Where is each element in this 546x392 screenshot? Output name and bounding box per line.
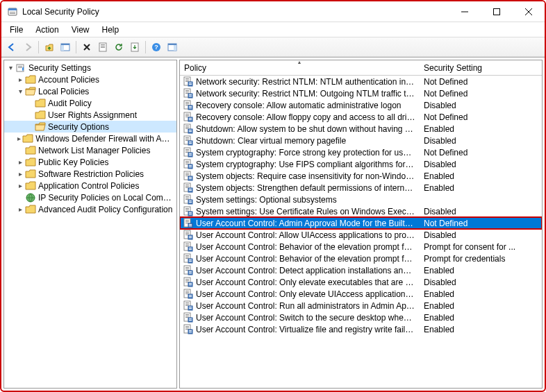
expand-icon[interactable]: ▸ bbox=[15, 158, 25, 166]
policy-icon bbox=[183, 253, 194, 264]
policy-name: User Account Control: Admin Approval Mod… bbox=[196, 219, 420, 228]
svg-rect-121 bbox=[185, 221, 189, 222]
expand-icon[interactable]: ▸ bbox=[15, 205, 25, 213]
tree-audit-policy[interactable]: Audit Policy bbox=[4, 97, 176, 109]
policy-row[interactable]: Recovery console: Allow automatic admini… bbox=[180, 99, 542, 111]
policy-row[interactable]: User Account Control: Detect application… bbox=[180, 264, 542, 276]
policy-setting: Disabled bbox=[420, 207, 527, 216]
svg-rect-68 bbox=[189, 142, 192, 142]
policy-row[interactable]: User Account Control: Admin Approval Mod… bbox=[180, 217, 542, 229]
svg-rect-117 bbox=[189, 214, 192, 214]
tree-software-restriction[interactable]: ▸ Software Restriction Policies bbox=[4, 168, 176, 180]
svg-rect-109 bbox=[189, 202, 192, 203]
close-button[interactable] bbox=[513, 1, 545, 22]
tree-app-control[interactable]: ▸ Application Control Policies bbox=[4, 180, 176, 191]
column-header-setting[interactable]: Security Setting bbox=[420, 60, 527, 75]
policy-row[interactable]: System settings: Optional subsystems bbox=[180, 194, 542, 205]
properties-button[interactable] bbox=[95, 40, 110, 55]
policy-row[interactable]: System objects: Require case insensitivi… bbox=[180, 170, 542, 182]
svg-rect-85 bbox=[189, 167, 192, 167]
policy-name: User Account Control: Only elevate execu… bbox=[196, 278, 420, 287]
policy-setting: Enabled bbox=[420, 266, 527, 275]
menu-help[interactable]: Help bbox=[97, 24, 125, 36]
collapse-icon[interactable]: ▾ bbox=[15, 87, 25, 95]
expand-icon[interactable]: ▸ bbox=[15, 170, 25, 178]
policy-row[interactable]: Shutdown: Allow system to be shut down w… bbox=[180, 123, 542, 135]
tree-account-policies[interactable]: ▸ Account Policies bbox=[4, 74, 176, 85]
tree-public-key[interactable]: ▸ Public Key Policies bbox=[4, 156, 176, 168]
policy-row[interactable]: User Account Control: Only elevate execu… bbox=[180, 276, 542, 288]
tree-advanced-audit[interactable]: ▸ Advanced Audit Policy Configuration bbox=[4, 203, 176, 215]
toolbar: ? bbox=[1, 37, 545, 57]
policy-row[interactable]: User Account Control: Only elevate UIAcc… bbox=[180, 288, 542, 300]
policy-row[interactable]: User Account Control: Behavior of the el… bbox=[180, 241, 542, 253]
policy-name: User Account Control: Behavior of the el… bbox=[196, 254, 420, 264]
console-tree-pane: ▾ Security Settings ▸ Account Policies ▾… bbox=[3, 60, 177, 389]
tree-local-policies[interactable]: ▾ Local Policies bbox=[4, 85, 176, 97]
policy-name: Network security: Restrict NTLM: Outgoin… bbox=[196, 89, 420, 99]
svg-rect-41 bbox=[185, 103, 189, 104]
policy-row[interactable]: System cryptography: Use FIPS compliant … bbox=[180, 158, 542, 170]
forward-button[interactable] bbox=[20, 40, 35, 55]
folder-open-icon bbox=[35, 121, 46, 133]
policy-row[interactable]: User Account Control: Virtualize file an… bbox=[180, 323, 542, 335]
menu-file[interactable]: File bbox=[4, 24, 28, 36]
minimize-button[interactable] bbox=[449, 1, 481, 22]
policy-row[interactable]: User Account Control: Allow UIAccess app… bbox=[180, 229, 542, 241]
svg-rect-57 bbox=[185, 127, 189, 128]
svg-rect-152 bbox=[185, 267, 189, 268]
details-pane: Policy Security Setting Network security… bbox=[179, 60, 543, 389]
svg-rect-10 bbox=[101, 46, 105, 46]
maximize-button[interactable] bbox=[481, 1, 513, 22]
svg-rect-44 bbox=[189, 106, 192, 107]
refresh-button[interactable] bbox=[111, 40, 126, 55]
policy-row[interactable]: Network security: Restrict NTLM: NTLM au… bbox=[180, 76, 542, 87]
policy-icon bbox=[183, 277, 194, 288]
policy-name: User Account Control: Behavior of the el… bbox=[196, 242, 420, 252]
tree-label: Windows Defender Firewall with Advanced … bbox=[35, 134, 174, 144]
tree-ip-security[interactable]: IP Security Policies on Local Computer bbox=[4, 191, 176, 203]
up-button[interactable] bbox=[42, 40, 57, 55]
policy-row[interactable]: System cryptography: Force strong key pr… bbox=[180, 146, 542, 158]
delete-button[interactable] bbox=[79, 40, 94, 55]
tree-root-security-settings[interactable]: ▾ Security Settings bbox=[4, 62, 176, 74]
svg-rect-177 bbox=[185, 304, 189, 305]
expand-icon[interactable]: ▸ bbox=[15, 76, 25, 83]
policy-row[interactable]: User Account Control: Switch to the secu… bbox=[180, 312, 542, 323]
export-list-button[interactable] bbox=[127, 40, 142, 55]
policy-row[interactable]: Network security: Restrict NTLM: Outgoin… bbox=[180, 87, 542, 99]
policy-list[interactable]: Network security: Restrict NTLM: NTLM au… bbox=[180, 76, 542, 388]
svg-rect-81 bbox=[185, 162, 189, 163]
policy-row[interactable]: User Account Control: Behavior of the el… bbox=[180, 253, 542, 264]
svg-text:?: ? bbox=[154, 44, 158, 51]
column-header-policy[interactable]: Policy bbox=[180, 60, 420, 75]
menu-action[interactable]: Action bbox=[30, 24, 64, 36]
collapse-icon[interactable]: ▾ bbox=[6, 64, 15, 71]
policy-row[interactable]: System settings: Use Certificate Rules o… bbox=[180, 205, 542, 217]
svg-rect-184 bbox=[185, 314, 189, 315]
console-tree[interactable]: ▾ Security Settings ▸ Account Policies ▾… bbox=[4, 60, 176, 216]
show-hide-action-pane-button[interactable] bbox=[165, 40, 180, 55]
policy-row[interactable]: Recovery console: Allow floppy copy and … bbox=[180, 111, 542, 123]
policy-name: Network security: Restrict NTLM: NTLM au… bbox=[196, 77, 420, 87]
expand-icon[interactable]: ▸ bbox=[15, 182, 25, 189]
tree-user-rights[interactable]: User Rights Assignment bbox=[4, 109, 176, 121]
svg-rect-112 bbox=[185, 208, 189, 209]
help-button[interactable]: ? bbox=[149, 40, 164, 55]
svg-rect-108 bbox=[189, 201, 192, 201]
policy-name: User Account Control: Only elevate UIAcc… bbox=[196, 289, 420, 299]
tree-network-list[interactable]: Network List Manager Policies bbox=[4, 144, 176, 156]
policy-icon bbox=[183, 88, 194, 99]
back-button[interactable] bbox=[4, 40, 19, 55]
policy-row[interactable]: User Account Control: Run all administra… bbox=[180, 300, 542, 312]
menu-view[interactable]: View bbox=[66, 24, 95, 36]
expand-icon[interactable]: ▸ bbox=[15, 135, 22, 142]
tree-security-options[interactable]: Security Options bbox=[4, 121, 176, 133]
show-hide-tree-button[interactable] bbox=[58, 40, 73, 55]
policy-row[interactable]: Shutdown: Clear virtual memory pagefileD… bbox=[180, 135, 542, 146]
svg-rect-84 bbox=[189, 165, 192, 166]
tree-defender-firewall[interactable]: ▸ Windows Defender Firewall with Advance… bbox=[4, 133, 176, 144]
policy-icon bbox=[183, 206, 194, 217]
policy-row[interactable]: System objects: Strengthen default permi… bbox=[180, 182, 542, 194]
policy-name: User Account Control: Detect application… bbox=[196, 266, 420, 275]
